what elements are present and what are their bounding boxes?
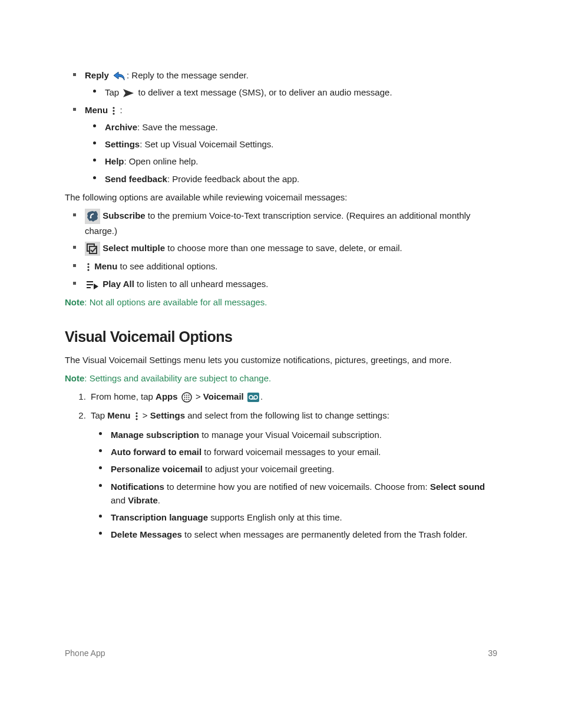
- review-selectmult: Select multiple to choose more than one …: [81, 241, 497, 256]
- menu-dots-icon-3: [134, 411, 139, 421]
- menu2-label: Menu: [94, 261, 117, 271]
- svg-point-18: [186, 397, 187, 398]
- settings-sublist: Manage subscription to manage your Visua…: [91, 428, 497, 542]
- svg-point-16: [188, 395, 189, 396]
- svg-point-2: [113, 113, 115, 114]
- menu2-desc: to see additional options.: [117, 261, 217, 271]
- setting-delete-msgs: Delete Messages to select when messages …: [107, 528, 497, 541]
- playall-desc: to listen to all unheard messages.: [134, 279, 269, 289]
- selectmult-desc: to choose more than one message to save,…: [165, 243, 402, 253]
- step-1: From home, tap Apps > Voicemail .: [88, 390, 497, 403]
- note-1: Note: Not all options are available for …: [65, 295, 497, 309]
- note2-text: : Settings and availability are subject …: [84, 373, 271, 383]
- i4-end: .: [158, 495, 160, 505]
- svg-point-28: [135, 415, 137, 417]
- svg-rect-10: [87, 281, 93, 282]
- menu-help: Help: Open online help.: [101, 154, 497, 168]
- reply-desc: : Reply to the message sender.: [127, 70, 249, 80]
- reply-arrow-icon: [113, 71, 125, 81]
- settings-desc: : Set up Visual Voicemail Settings.: [140, 139, 273, 149]
- s1-apps: Apps: [156, 391, 178, 401]
- svg-rect-11: [87, 284, 93, 285]
- i1-label: Manage subscription: [111, 430, 199, 440]
- i3-label: Personalize voicemail: [111, 464, 203, 474]
- svg-point-7: [87, 263, 89, 265]
- i3-desc: to adjust your voicemail greeting.: [203, 464, 334, 474]
- sendfb-label: Send feedback: [105, 174, 167, 184]
- s2-end: and select from the following list to ch…: [185, 410, 389, 420]
- play-all-icon: [86, 280, 99, 289]
- svg-point-15: [186, 395, 187, 396]
- options-list: Reply : Reply to the message sender. Tap…: [65, 68, 497, 186]
- svg-point-14: [184, 395, 185, 396]
- steps-list: From home, tap Apps > Voicemail . Tap Me…: [65, 390, 497, 541]
- archive-desc: : Save the message.: [137, 122, 218, 132]
- review-list: Subscribe to the premium Voice-to-Text t…: [65, 209, 497, 291]
- voicemail-icon: [247, 393, 259, 402]
- s2-mid: >: [140, 410, 150, 420]
- setting-auto-fwd: Auto forward to email to forward voicema…: [107, 445, 497, 459]
- s1-mid: >: [193, 391, 203, 401]
- menu-settings: Settings: Set up Visual Voicemail Settin…: [101, 137, 497, 151]
- reply-label: Reply: [85, 70, 109, 80]
- s1-pre: From home, tap: [91, 391, 156, 401]
- archive-label: Archive: [105, 122, 137, 132]
- select-multiple-icon: [85, 242, 100, 256]
- note1-text: : Not all options are available for all …: [84, 297, 267, 307]
- setting-transcription: Transcription language supports English …: [107, 510, 497, 524]
- svg-point-21: [186, 399, 187, 400]
- review-playall: Play All to listen to all unheard messag…: [81, 277, 497, 291]
- s2-menu: Menu: [107, 410, 130, 420]
- help-desc: : Open online help.: [124, 156, 199, 166]
- setting-notifications: Notifications to determine how you are n…: [107, 480, 497, 508]
- svg-point-29: [135, 418, 137, 420]
- svg-rect-12: [87, 287, 91, 288]
- reply-tap-item: Tap to deliver a text message (SMS), or …: [101, 85, 497, 99]
- section-intro: The Visual Voicemail Settings menu lets …: [65, 353, 497, 367]
- svg-point-8: [87, 266, 89, 268]
- svg-point-19: [188, 397, 189, 398]
- review-intro: The following options are available whil…: [65, 190, 497, 204]
- reply-item: Reply : Reply to the message sender. Tap…: [81, 68, 497, 100]
- s1-vm: Voicemail: [203, 391, 244, 401]
- setting-manage-sub: Manage subscription to manage your Visua…: [107, 428, 497, 442]
- svg-point-9: [87, 269, 89, 271]
- i6-label: Delete Messages: [111, 529, 182, 539]
- s2-pre: Tap: [91, 410, 107, 420]
- footer-left: Phone App: [65, 647, 105, 660]
- i5-desc: supports English only at this time.: [208, 512, 342, 522]
- note-2: Note: Settings and availability are subj…: [65, 371, 497, 385]
- menu-item: Menu : Archive: Save the message. Settin…: [81, 103, 497, 186]
- subscribe-label: Subscribe: [103, 210, 146, 220]
- footer-right: 39: [488, 647, 497, 660]
- i4-desc1: to determine how you are notified of new…: [164, 482, 430, 492]
- apps-icon: [181, 392, 192, 403]
- s1-end: .: [260, 391, 263, 401]
- i6-desc: to select when messages are permanently …: [182, 529, 467, 539]
- page: Reply : Reply to the message sender. Tap…: [0, 0, 562, 696]
- help-label: Help: [105, 156, 124, 166]
- i2-label: Auto forward to email: [111, 447, 201, 457]
- note2-label: Note: [65, 373, 84, 383]
- svg-marker-3: [87, 211, 98, 222]
- menu-label: Menu: [85, 105, 108, 115]
- step-2: Tap Menu > Settings and select from the …: [88, 409, 497, 542]
- note1-label: Note: [65, 297, 84, 307]
- svg-point-0: [113, 107, 115, 108]
- svg-point-17: [184, 397, 185, 398]
- menu-dots-icon-2: [86, 262, 91, 272]
- section-heading: Visual Voicemail Options: [65, 325, 497, 348]
- menu-suffix: :: [117, 105, 122, 115]
- menu-dots-icon: [111, 106, 116, 116]
- svg-point-4: [90, 217, 92, 219]
- i4-and: and: [111, 495, 128, 505]
- menu-archive: Archive: Save the message.: [101, 120, 497, 134]
- subscribe-icon: [85, 209, 100, 224]
- setting-personalize: Personalize voicemail to adjust your voi…: [107, 462, 497, 476]
- reply-tap-rest: to deliver a text message (SMS), or to d…: [135, 87, 392, 97]
- i2-desc: to forward voicemail messages to your em…: [201, 447, 381, 457]
- svg-point-22: [188, 399, 189, 400]
- settings-label: Settings: [105, 139, 140, 149]
- i5-label: Transcription language: [111, 512, 208, 522]
- i4-label: Notifications: [111, 482, 164, 492]
